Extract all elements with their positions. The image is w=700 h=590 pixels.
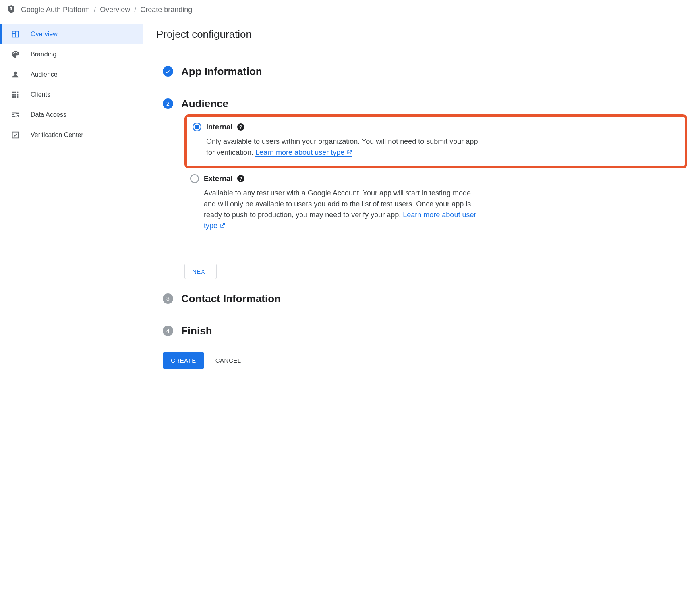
- step-connector: [168, 110, 168, 280]
- learn-more-text: Learn more about user type: [255, 148, 344, 156]
- breadcrumb-section[interactable]: Overview: [100, 6, 130, 14]
- sidebar-item-audience[interactable]: Audience: [0, 64, 143, 85]
- external-link-icon: [219, 221, 226, 232]
- breadcrumb-sep-icon: /: [134, 6, 136, 14]
- sidebar-item-label: Verification Center: [31, 131, 83, 139]
- step-app-information: App Information: [163, 66, 687, 97]
- option-internal[interactable]: Internal ? Only available to users withi…: [184, 114, 687, 168]
- sidebar-item-label: Overview: [31, 31, 58, 38]
- footer-actions: CREATE CANCEL: [163, 352, 687, 369]
- step-title[interactable]: App Information: [181, 66, 687, 77]
- overview-icon: [10, 30, 21, 39]
- step-contact-information: 3 Contact Information: [163, 293, 687, 324]
- create-button[interactable]: CREATE: [163, 352, 204, 369]
- page-title: Project configuration: [143, 19, 700, 50]
- sliders-icon: [10, 110, 21, 119]
- radio-external[interactable]: [190, 174, 199, 183]
- option-label: Internal: [206, 123, 232, 131]
- next-button[interactable]: NEXT: [184, 264, 217, 279]
- step-number-badge: 4: [163, 326, 173, 336]
- grid-icon: [10, 90, 21, 99]
- sidebar-item-clients[interactable]: Clients: [0, 85, 143, 105]
- sidebar-item-label: Branding: [31, 51, 56, 58]
- check-icon: [163, 66, 173, 77]
- breadcrumb-product[interactable]: Google Auth Platform: [21, 6, 90, 14]
- option-description: Only available to users within your orga…: [206, 136, 480, 159]
- step-connector: [168, 305, 168, 324]
- check-square-icon: [10, 131, 21, 139]
- help-icon[interactable]: ?: [237, 123, 244, 131]
- sidebar-item-overview[interactable]: Overview: [0, 24, 143, 44]
- external-link-icon: [346, 148, 352, 159]
- main: Project configuration App Information 2: [143, 19, 700, 590]
- palette-icon: [10, 50, 21, 59]
- learn-more-link[interactable]: Learn more about user type: [255, 148, 352, 157]
- sidebar-item-verification-center[interactable]: Verification Center: [0, 125, 143, 145]
- topbar: Google Auth Platform / Overview / Create…: [0, 0, 700, 19]
- breadcrumb-page[interactable]: Create branding: [140, 6, 192, 14]
- step-number-badge: 2: [163, 98, 173, 109]
- sidebar-item-label: Clients: [31, 91, 50, 98]
- step-number-badge: 3: [163, 293, 173, 304]
- sidebar-item-label: Audience: [31, 71, 58, 78]
- breadcrumb: Google Auth Platform / Overview / Create…: [21, 6, 192, 14]
- radio-internal[interactable]: [193, 123, 201, 131]
- person-icon: [10, 70, 21, 79]
- sidebar-item-branding[interactable]: Branding: [0, 44, 143, 64]
- option-label: External: [204, 175, 232, 183]
- shield-icon: [6, 4, 16, 15]
- sidebar: Overview Branding Audience Clients Data …: [0, 19, 143, 590]
- cancel-button[interactable]: CANCEL: [215, 357, 241, 364]
- step-title[interactable]: Finish: [181, 326, 687, 336]
- sidebar-item-data-access[interactable]: Data Access: [0, 105, 143, 125]
- step-title: Audience: [181, 98, 687, 109]
- help-icon[interactable]: ?: [237, 175, 244, 182]
- step-title[interactable]: Contact Information: [181, 293, 687, 304]
- breadcrumb-sep-icon: /: [94, 6, 96, 14]
- option-description: Available to any test user with a Google…: [204, 188, 478, 232]
- step-connector: [168, 78, 168, 97]
- option-external[interactable]: External ? Available to any test user wi…: [184, 168, 687, 239]
- sidebar-item-label: Data Access: [31, 111, 66, 118]
- step-finish: 4 Finish: [163, 326, 687, 336]
- step-audience: 2 Audience Internal ?: [163, 98, 687, 280]
